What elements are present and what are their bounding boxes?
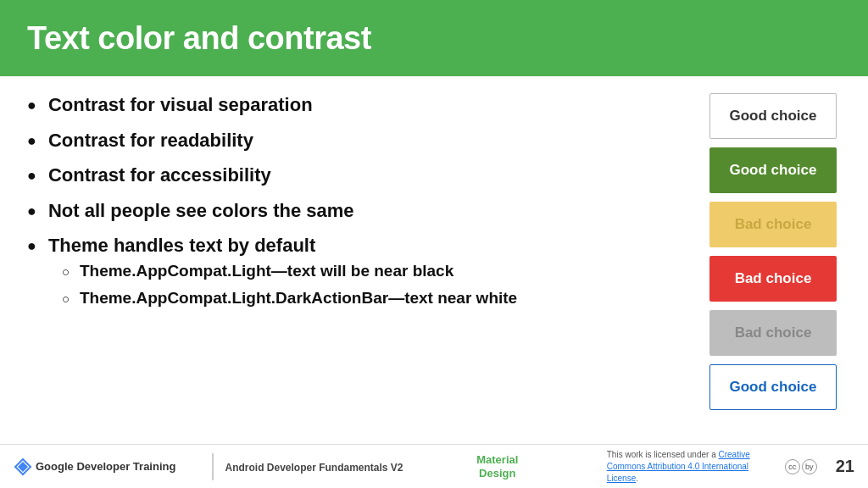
bullet-item-3: Contrast for accessibility — [27, 164, 689, 187]
page-number: 21 — [836, 457, 854, 476]
material-design-label: Material Design — [476, 453, 518, 480]
sub-bullet-item-2: Theme.AppCompat.Light.DarkActionBar—text… — [62, 288, 517, 309]
google-logo-icon — [14, 458, 32, 476]
choice-box-1: Good choice — [709, 93, 837, 139]
bullet-section: Contrast for visual separation Contrast … — [27, 90, 689, 437]
footer-vertical-divider — [212, 453, 214, 480]
footer-center: Material Design — [403, 453, 592, 480]
sub-bullet-item-1: Theme.AppCompat.Light—text will be near … — [62, 261, 517, 282]
header: Text color and contrast — [0, 0, 868, 76]
creative-commons-badge: cc by — [785, 460, 822, 474]
sub-bullet-list: Theme.AppCompat.Light—text will be near … — [62, 261, 517, 309]
bullet-item-1: Contrast for visual separation — [27, 93, 689, 117]
footer-right: This work is licensed under a Creative C… — [592, 449, 854, 485]
bullet-item-4: Not all people see colors the same — [27, 199, 689, 223]
choice-box-4: Bad choice — [709, 256, 837, 302]
footer-course-label: Android Developer Fundamentals V2 — [225, 459, 403, 474]
choice-box-2: Good choice — [709, 147, 837, 193]
google-logo: Google Developer Training — [14, 458, 175, 476]
bullet-item-5: Theme handles text by default Theme.AppC… — [27, 234, 689, 316]
license-text: This work is licensed under a Creative C… — [607, 449, 776, 485]
footer: Google Developer Training Android Develo… — [0, 444, 868, 488]
page-title: Text color and contrast — [27, 20, 371, 57]
main-content: Contrast for visual separation Contrast … — [0, 76, 868, 444]
choice-box-6: Good choice — [709, 364, 837, 410]
main-bullet-list: Contrast for visual separation Contrast … — [27, 93, 689, 328]
bullet-item-2: Contrast for readability — [27, 129, 689, 152]
google-developer-training-label: Google Developer Training — [36, 460, 175, 473]
choice-box-3: Bad choice — [709, 202, 837, 247]
choice-box-5: Bad choice — [709, 310, 837, 356]
cc-icon: cc — [785, 459, 800, 474]
by-icon: by — [802, 459, 817, 474]
choice-section: Good choice Good choice Bad choice Bad c… — [709, 90, 841, 437]
footer-left: Google Developer Training — [14, 458, 200, 476]
